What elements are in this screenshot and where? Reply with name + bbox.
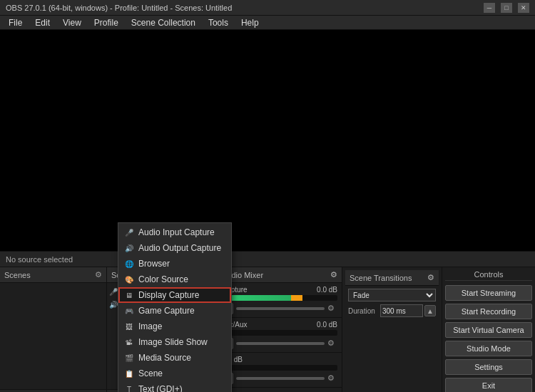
context-menu-label-media-source: Media Source <box>138 353 191 363</box>
menu-item-profile[interactable]: Profile <box>88 16 124 29</box>
start-virtual-camera-button[interactable]: Start Virtual Camera <box>445 322 532 338</box>
mic-settings-icon[interactable]: ⚙ <box>327 339 337 349</box>
context-menu-icon-image-slide-show: 📽 <box>124 337 134 347</box>
transition-type-select[interactable]: Fade Cut <box>348 289 436 301</box>
audio-channel-extra: 0.0 dB 🔊 ⚙ <box>218 353 342 388</box>
context-menu-label-game-capture: Game Capture <box>138 306 195 316</box>
mic-audio-controls: 🔊 ⚙ <box>222 338 337 349</box>
menu-bar: FileEditViewProfileScene CollectionTools… <box>0 16 535 30</box>
context-menu-icon-browser: 🌐 <box>124 259 134 269</box>
context-menu-label-image-slide-show: Image Slide Show <box>138 337 208 347</box>
capture-volume-bar <box>222 295 337 301</box>
audio-mixer-gear-icon[interactable]: ⚙ <box>330 270 337 279</box>
audio-channel-capture: Capture 0.0 dB 🔊 ⚙ <box>218 283 342 318</box>
transition-fade-row: Fade Cut <box>348 289 436 301</box>
context-menu-item-display-capture[interactable]: 🖥Display Capture <box>118 287 231 303</box>
context-menu-icon-audio-output-capture: 🔊 <box>124 243 134 253</box>
audio-mixer-header: Audio Mixer ⚙ <box>218 267 342 283</box>
context-menu-icon-text-(gdi+): T <box>124 384 134 392</box>
transitions-gear-icon[interactable]: ⚙ <box>427 273 434 282</box>
no-source-text: No source selected <box>6 255 73 264</box>
title-text: OBS 27.0.1 (64-bit, windows) - Profile: … <box>6 4 232 12</box>
context-menu-item-image-slide-show[interactable]: 📽Image Slide Show <box>118 334 231 350</box>
menu-item-view[interactable]: View <box>57 16 87 29</box>
scenes-panel: Scenes ⚙ + − ∧ ∨ <box>0 267 107 392</box>
context-menu-item-text-(gdi+)[interactable]: TText (GDI+) <box>118 381 231 392</box>
extra-volume-bar <box>222 365 337 371</box>
context-menu-item-media-source[interactable]: 🎬Media Source <box>118 350 231 366</box>
context-menu-icon-audio-input-capture: 🎤 <box>124 227 134 237</box>
context-menu-label-image: Image <box>138 321 162 331</box>
audio-mixer: Audio Mixer ⚙ Capture 0.0 dB 🔊 ⚙ <box>218 267 342 392</box>
capture-settings-icon[interactable]: ⚙ <box>327 304 337 314</box>
duration-up-button[interactable]: ▲ <box>424 305 436 316</box>
capture-volume-yellow <box>291 295 302 301</box>
context-menu-item-color-source[interactable]: 🎨Color Source <box>118 272 231 287</box>
menu-item-help[interactable]: Help <box>235 16 265 29</box>
scenes-title: Scenes <box>4 271 31 279</box>
settings-button[interactable]: Settings <box>445 359 532 375</box>
extra-volume-slider[interactable] <box>236 377 325 380</box>
source-icon-mic: 🎤 <box>109 286 118 297</box>
context-menu-label-browser: Browser <box>138 259 170 269</box>
context-menu-icon-scene: 📋 <box>124 368 134 378</box>
exit-button[interactable]: Exit <box>445 378 532 392</box>
panels-row: Scenes ⚙ + − ∧ ∨ Sources ⚙ 🎤 🔊 <box>0 267 535 392</box>
context-menu-label-audio-input-capture: Audio Input Capture <box>138 227 215 237</box>
context-menu-item-browser[interactable]: 🌐Browser <box>118 256 231 272</box>
scenes-footer: + − ∧ ∨ <box>0 389 106 392</box>
scenes-content <box>0 283 106 389</box>
title-bar: OBS 27.0.1 (64-bit, windows) - Profile: … <box>0 0 535 16</box>
menu-item-scene collection[interactable]: Scene Collection <box>126 16 201 29</box>
mic-volume-bar <box>222 330 337 336</box>
context-menu-item-game-capture[interactable]: 🎮Game Capture <box>118 303 231 319</box>
minimize-button[interactable]: ─ <box>484 3 495 13</box>
duration-label: Duration <box>348 307 377 315</box>
capture-volume-slider[interactable] <box>236 307 325 310</box>
source-icon-speaker: 🔊 <box>109 299 118 310</box>
transitions-title: Scene Transitions <box>350 274 412 282</box>
no-source-bar: No source selected <box>0 252 535 267</box>
context-menu-item-audio-input-capture[interactable]: 🎤Audio Input Capture <box>118 225 231 240</box>
main-preview: 🎤Audio Input Capture🔊Audio Output Captur… <box>0 30 535 251</box>
menu-item-edit[interactable]: Edit <box>29 16 56 29</box>
context-menu-item-audio-output-capture[interactable]: 🔊Audio Output Capture <box>118 240 231 256</box>
window-controls: ─ □ ✕ <box>484 3 529 13</box>
context-menu-label-scene: Scene <box>138 368 163 378</box>
menu-item-tools[interactable]: Tools <box>203 16 234 29</box>
transition-duration-row: Duration ▲ <box>348 304 436 317</box>
audio-channel-extra-header: 0.0 dB <box>222 356 337 363</box>
sources-icons-column: 🎤 🔊 <box>109 286 118 310</box>
scenes-header-icons: ⚙ <box>95 270 102 279</box>
menu-item-file[interactable]: File <box>3 16 28 29</box>
context-menu-label-audio-output-capture: Audio Output Capture <box>138 243 221 253</box>
context-menu-icon-color-source: 🎨 <box>124 274 134 284</box>
context-menu-item-scene[interactable]: 📋Scene <box>118 366 231 381</box>
context-menu-icon-game-capture: 🎮 <box>124 306 134 316</box>
scene-transitions: Scene Transitions ⚙ Fade Cut Duration ▲ <box>342 267 442 392</box>
extra-audio-controls: 🔊 ⚙ <box>222 373 337 384</box>
close-button[interactable]: ✕ <box>518 3 529 13</box>
start-recording-button[interactable]: Start Recording <box>445 304 532 319</box>
controls-title: Controls <box>445 270 532 281</box>
context-menu-icon-image: 🖼 <box>124 321 134 331</box>
mic-level: 0.0 dB <box>317 321 337 329</box>
maximize-button[interactable]: □ <box>501 3 512 13</box>
bottom-panel: No source selected Scenes ⚙ + − ∧ ∨ Sour… <box>0 251 535 392</box>
transitions-header: Scene Transitions ⚙ <box>345 270 439 286</box>
context-menu-item-image[interactable]: 🖼Image <box>118 319 231 334</box>
capture-audio-controls: 🔊 ⚙ <box>222 303 337 314</box>
context-menu-icon-media-source: 🎬 <box>124 353 134 363</box>
scenes-gear-icon[interactable]: ⚙ <box>95 270 102 279</box>
controls-panel: Controls Start Streaming Start Recording… <box>442 267 535 392</box>
duration-input[interactable] <box>380 304 423 317</box>
studio-mode-button[interactable]: Studio Mode <box>445 341 532 356</box>
extra-settings-icon[interactable]: ⚙ <box>327 373 337 383</box>
start-streaming-button[interactable]: Start Streaming <box>445 285 532 301</box>
mic-volume-slider[interactable] <box>236 342 325 345</box>
capture-volume-green <box>222 295 291 301</box>
audio-channel-mic-header: Mic/Aux 0.0 dB <box>222 321 337 329</box>
duration-input-group: ▲ <box>380 304 436 317</box>
audio-channel-capture-header: Capture 0.0 dB <box>222 286 337 294</box>
transitions-content: Fade Cut Duration ▲ <box>345 286 439 323</box>
